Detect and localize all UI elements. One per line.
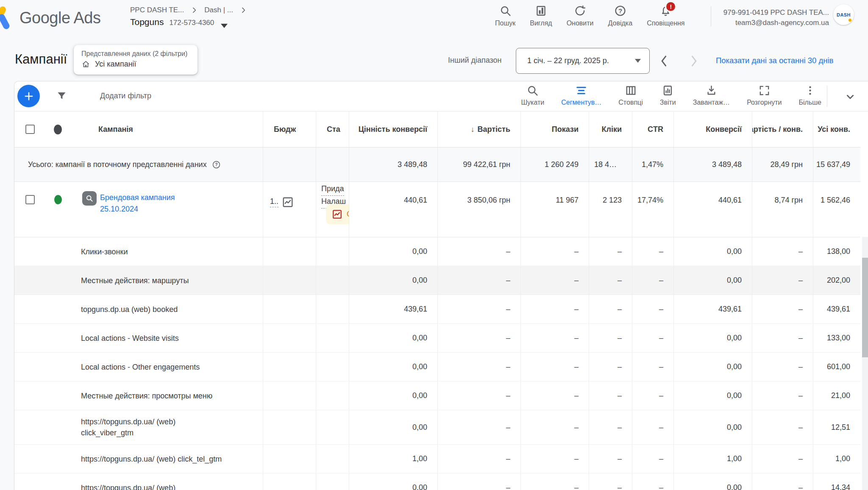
table-row: Local actions - Other engagements0,00–––… xyxy=(14,353,860,381)
limited-status-chip[interactable]: О xyxy=(326,204,349,224)
columns-button[interactable]: Стовпці xyxy=(618,84,643,106)
status-dot-icon xyxy=(54,125,62,134)
metric-all-conv: 138,00 xyxy=(813,237,860,266)
campaign-impressions: 11 967 xyxy=(521,182,589,237)
add-filter-label[interactable]: Додати фільтр xyxy=(100,92,151,100)
metric-cost-per-conv: – xyxy=(752,295,813,323)
refresh-icon xyxy=(574,5,586,17)
date-range-button[interactable]: 1 січ. – 22 груд. 2025 р. xyxy=(516,48,650,74)
metric-conversions: 0,00 xyxy=(674,473,752,490)
filter-funnel-icon[interactable] xyxy=(56,90,67,102)
chevron-down-icon xyxy=(843,90,857,103)
magnifier-chip-icon[interactable] xyxy=(82,191,97,206)
campaign-cost: 3 850,06 грн xyxy=(438,182,521,237)
nav-search-button[interactable]: Пошук xyxy=(495,5,515,27)
metric-budget xyxy=(263,324,316,352)
bid-strategy-chart-icon[interactable] xyxy=(281,196,294,209)
nav-refresh-button[interactable]: Оновити xyxy=(567,5,594,27)
metric-cost: – xyxy=(438,410,521,444)
data-view-chip[interactable]: Представлення даних (2 фільтри) Усі камп… xyxy=(74,45,198,75)
metric-conv-value: 0,00 xyxy=(349,473,438,490)
totals-conversions: 3 489,48 xyxy=(674,148,752,181)
help-icon: ? xyxy=(614,5,626,17)
nav-help-button[interactable]: ? Довідка xyxy=(608,5,633,27)
column-conv-value[interactable]: Цінність конверсії xyxy=(349,111,438,147)
account-name[interactable]: Topguns xyxy=(130,17,164,27)
column-all-conv[interactable]: Усі конв. xyxy=(813,111,860,147)
limited-status-chart-icon xyxy=(331,209,343,220)
column-impressions[interactable]: Покази xyxy=(521,111,589,147)
status-text-1[interactable]: Прида xyxy=(321,183,344,196)
metric-all-conv: 1,00 xyxy=(813,445,860,473)
column-cost[interactable]: ↓Вартість xyxy=(438,111,521,147)
reports-button[interactable]: Звіти xyxy=(660,84,676,106)
metric-cost: – xyxy=(438,324,521,352)
metric-conversions: 439,61 xyxy=(674,295,752,323)
metric-clicks: – xyxy=(589,353,632,381)
expand-button[interactable]: Розгорнути xyxy=(747,84,782,106)
row-checkbox[interactable] xyxy=(25,195,35,204)
page-title: Кампанії xyxy=(15,52,67,67)
conversion-action-text: https://topguns.dp.ua/ (web) xyxy=(81,482,175,490)
svg-text:?: ? xyxy=(618,7,622,14)
top-bar: Google Ads PPC DASH TE... Dash | ... Top… xyxy=(0,0,868,36)
table-row: https://topguns.dp.ua/ (web)0,00––––0,00… xyxy=(14,473,860,490)
column-cost-per-conv[interactable]: Вартість / конв. xyxy=(752,111,813,147)
metric-impressions: – xyxy=(521,381,589,410)
metric-status xyxy=(316,473,349,490)
totals-conv-value: 3 489,48 xyxy=(349,148,438,181)
metric-all-conv: 21,00 xyxy=(813,381,860,410)
page-header: Кампанії Представлення даних (2 фільтри)… xyxy=(0,44,868,81)
metric-status xyxy=(316,295,349,323)
avatar[interactable]: DASH xyxy=(833,4,854,25)
previous-range-button[interactable] xyxy=(658,54,670,68)
metric-ctr: – xyxy=(632,237,674,266)
conversion-action-label: https://topguns.dp.ua/ (web) xyxy=(14,473,263,490)
segment-icon xyxy=(575,84,587,97)
totals-label: Усього: кампанії в поточному представлен… xyxy=(14,148,263,181)
conversion-rows: Клики-звонки0,00––––0,00–138,00Местные д… xyxy=(14,237,868,490)
triangle-down-icon xyxy=(635,59,641,63)
metric-conv-value: 1,00 xyxy=(349,445,438,473)
download-button[interactable]: Завантаж… xyxy=(693,84,730,106)
campaign-name-link[interactable]: Брендовая кампания 25.10.2024 xyxy=(100,192,175,215)
budget-cell: 1.. xyxy=(263,182,316,237)
metric-impressions: – xyxy=(521,295,589,323)
metric-cost: – xyxy=(438,266,521,295)
select-all-checkbox[interactable] xyxy=(25,125,35,134)
metric-conversions: 0,00 xyxy=(674,353,752,381)
table-row: Local actions - Website visits0,00––––0,… xyxy=(14,324,860,353)
add-campaign-button[interactable] xyxy=(17,85,40,107)
help-circle-icon[interactable]: ? xyxy=(212,160,221,169)
column-ctr[interactable]: CTR xyxy=(632,111,674,147)
nav-notifications-button[interactable]: ! Сповіщення xyxy=(647,5,684,27)
show-last-30-days-link[interactable]: Показати дані за останні 30 днів xyxy=(716,56,833,65)
column-conversions[interactable]: Конверсії xyxy=(674,111,752,147)
breadcrumb-level2[interactable]: Dash | ... xyxy=(204,6,233,14)
metric-ctr: – xyxy=(632,473,674,490)
metric-ctr: – xyxy=(632,410,674,444)
metric-status xyxy=(316,445,349,473)
account-info[interactable]: 979-991-0419 PPC DASH TEA... team3@dash-… xyxy=(716,8,829,28)
more-button[interactable]: Більше xyxy=(799,84,821,106)
table-row: Местные действия: маршруты0,00––––0,00–2… xyxy=(14,266,860,295)
breadcrumb-level1[interactable]: PPC DASH TE... xyxy=(130,6,184,14)
search-in-table-button[interactable]: Шукати xyxy=(521,84,544,106)
segment-button[interactable]: Сегментув… xyxy=(561,84,601,106)
campaign-conv-value: 440,61 xyxy=(349,182,438,237)
scrollbar-thumb[interactable] xyxy=(862,258,868,357)
column-budget[interactable]: Бюдж xyxy=(263,111,316,147)
column-status[interactable]: Ста xyxy=(316,111,349,147)
budget-value[interactable]: 1.. xyxy=(270,197,278,207)
column-campaign[interactable]: Кампанія xyxy=(14,111,263,147)
chevron-right-icon xyxy=(240,7,247,14)
metric-conv-value: 0,00 xyxy=(349,237,438,266)
expand-icon xyxy=(758,84,771,97)
metric-ctr: – xyxy=(632,295,674,323)
collapse-table-button[interactable] xyxy=(843,90,857,103)
account-switcher-caret-icon[interactable] xyxy=(221,24,228,28)
home-icon xyxy=(81,60,90,69)
sort-desc-icon: ↓ xyxy=(471,124,475,135)
nav-view-button[interactable]: Вигляд xyxy=(530,5,552,27)
column-clicks[interactable]: Кліки xyxy=(589,111,632,147)
